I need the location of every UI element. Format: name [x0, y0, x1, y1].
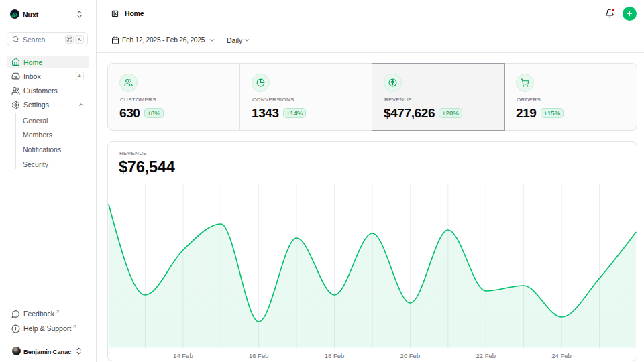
svg-text:14 Feb: 14 Feb [173, 352, 193, 359]
svg-text:16 Feb: 16 Feb [249, 352, 269, 359]
svg-text:18 Feb: 18 Feb [325, 352, 345, 359]
svg-text:22 Feb: 22 Feb [476, 352, 496, 359]
svg-text:20 Feb: 20 Feb [400, 352, 421, 359]
svg-text:24 Feb: 24 Feb [551, 352, 572, 359]
